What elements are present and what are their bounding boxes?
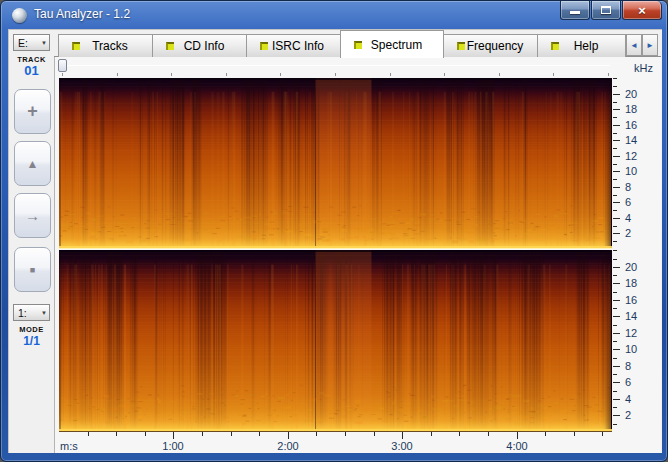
- eject-icon: ▲: [27, 157, 39, 171]
- tab-spectrum[interactable]: Spectrum: [340, 30, 444, 58]
- window-title: Tau Analyzer - 1.2: [34, 7, 130, 21]
- freq-tick: [613, 382, 620, 383]
- freq-tick-label: 14: [625, 134, 649, 146]
- tab-indicator-icon: [166, 42, 174, 50]
- app-window: Tau Analyzer - 1.2 × E: ▼ TRACK 01 + ▲ →…: [0, 0, 668, 462]
- time-tick: [116, 432, 117, 436]
- freq-tick-label: 18: [625, 277, 649, 289]
- tab-indicator-icon: [354, 41, 362, 49]
- time-tick: [488, 432, 489, 436]
- add-button[interactable]: +: [14, 89, 51, 134]
- tab-scroll-right-button[interactable]: ►: [642, 34, 658, 56]
- slider-tick: [280, 73, 281, 76]
- freq-tick: [613, 148, 617, 149]
- freq-tick-label: 12: [625, 150, 649, 162]
- freq-tick: [613, 308, 617, 309]
- freq-axis-channel-2: 2468101214161820: [612, 250, 662, 432]
- freq-tick: [613, 241, 617, 242]
- slider-tick: [117, 73, 118, 76]
- freq-tick-label: 6: [625, 376, 649, 388]
- time-tick: [402, 432, 403, 439]
- arrow-right-icon: →: [25, 207, 40, 224]
- slider-tick: [553, 73, 554, 76]
- tab-frequency[interactable]: Frequency: [443, 34, 538, 57]
- tab-label: CD Info: [174, 39, 246, 53]
- tab-cd-info[interactable]: CD Info: [152, 34, 247, 57]
- freq-tick: [613, 283, 620, 284]
- tab-tracks[interactable]: Tracks: [58, 34, 153, 57]
- close-icon: ×: [638, 2, 646, 19]
- freq-tick: [613, 267, 620, 268]
- freq-tick-label: 12: [625, 327, 649, 339]
- time-tick-label: 1:00: [155, 440, 191, 452]
- tab-indicator-icon: [551, 42, 559, 50]
- slider-tick: [171, 73, 172, 76]
- freq-tick: [613, 407, 617, 408]
- position-slider-track[interactable]: [60, 65, 610, 66]
- chevron-down-icon: ▼: [41, 310, 47, 316]
- time-tick: [202, 432, 203, 436]
- freq-tick: [613, 109, 620, 110]
- freq-tick: [613, 86, 617, 87]
- stop-button[interactable]: ■: [14, 247, 51, 292]
- freq-tick: [613, 374, 617, 375]
- freq-tick: [613, 233, 620, 234]
- time-tick: [231, 432, 232, 436]
- close-button[interactable]: ×: [622, 1, 662, 20]
- arrow-right-icon: ►: [646, 41, 654, 50]
- freq-tick: [613, 259, 617, 260]
- drive-select[interactable]: E: ▼: [13, 34, 50, 51]
- freq-tick: [613, 250, 617, 251]
- freq-tick-label: 8: [625, 360, 649, 372]
- time-tick: [288, 432, 289, 439]
- time-tick: [316, 432, 317, 436]
- tab-scroll-left-button[interactable]: ◄: [626, 34, 642, 56]
- freq-tick-label: 4: [625, 393, 649, 405]
- position-slider-thumb[interactable]: [58, 59, 67, 72]
- title-bar[interactable]: Tau Analyzer - 1.2 ×: [1, 1, 667, 29]
- tab-isrc-info[interactable]: ISRC Info: [246, 34, 341, 57]
- time-tick-label: 4:00: [499, 440, 535, 452]
- app-icon: [12, 8, 27, 23]
- freq-tick: [613, 325, 617, 326]
- freq-tick: [613, 333, 620, 334]
- freq-tick: [613, 94, 620, 95]
- freq-tick: [613, 349, 620, 350]
- mode-value: 1/1: [9, 334, 54, 348]
- tab-label: ISRC Info: [268, 39, 340, 53]
- time-tick-label: 3:00: [384, 440, 420, 452]
- time-tick: [259, 432, 260, 436]
- freq-axis-channel-1: 2468101214161820: [612, 78, 662, 249]
- freq-tick-label: 6: [625, 196, 649, 208]
- mode-label: MODE: [9, 325, 54, 334]
- sidebar: E: ▼ TRACK 01 + ▲ → ■ 1: ▼ MODE 1/1: [9, 30, 54, 452]
- maximize-button[interactable]: [591, 1, 621, 20]
- freq-tick-label: 20: [625, 88, 649, 100]
- freq-tick: [613, 226, 617, 227]
- freq-tick-label: 18: [625, 103, 649, 115]
- freq-tick: [613, 102, 617, 103]
- stop-icon: ■: [30, 265, 35, 275]
- freq-tick: [613, 140, 620, 141]
- tab-indicator-icon: [72, 42, 80, 50]
- next-track-button[interactable]: →: [14, 193, 51, 238]
- time-tick: [173, 432, 174, 439]
- minimize-button[interactable]: [560, 1, 590, 20]
- mode-select[interactable]: 1: ▼: [13, 304, 50, 321]
- time-axis: m:s 1:002:003:004:00: [59, 432, 612, 453]
- freq-tick: [613, 179, 617, 180]
- tab-help[interactable]: Help: [537, 34, 626, 57]
- freq-tick-label: 16: [625, 119, 649, 131]
- time-tick: [374, 432, 375, 436]
- freq-tick: [613, 341, 617, 342]
- slider-tick: [608, 73, 609, 76]
- spectrogram-channel-1: [59, 78, 612, 249]
- freq-tick-label: 2: [625, 409, 649, 421]
- slider-tick: [390, 73, 391, 76]
- freq-tick: [613, 164, 617, 165]
- eject-button[interactable]: ▲: [14, 141, 51, 186]
- freq-tick-label: 2: [625, 227, 649, 239]
- freq-tick-label: 8: [625, 181, 649, 193]
- freq-tick: [613, 218, 620, 219]
- minimize-icon: [570, 11, 580, 14]
